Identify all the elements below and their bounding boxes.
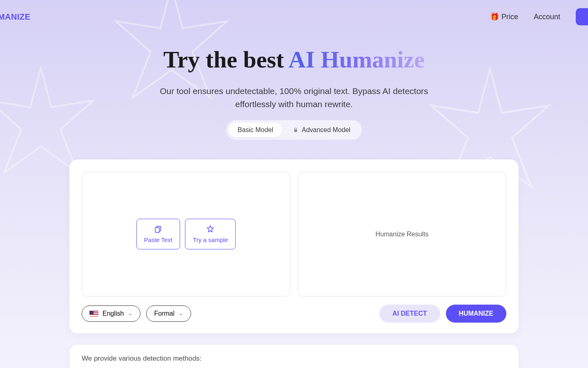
paste-text-label: Paste Text — [144, 236, 173, 243]
try-sample-label: Try a sample — [193, 236, 228, 243]
tab-advanced-model[interactable]: Advanced Model — [284, 123, 359, 137]
gift-icon: 🎁 — [490, 12, 499, 21]
paste-text-button[interactable]: Paste Text — [136, 219, 180, 249]
logo[interactable]: UMANIZE — [0, 12, 31, 22]
title-plain: Try the best — [163, 46, 289, 73]
input-panel-buttons: Paste Text Try a sample — [136, 219, 236, 249]
header: UMANIZE 🎁 Price Account — [0, 0, 588, 34]
tab-advanced-label: Advanced Model — [302, 126, 350, 134]
output-panel: Humanize Results — [298, 172, 506, 296]
chevron-down-icon — [178, 311, 183, 316]
copy-icon — [154, 225, 162, 233]
svg-rect-2 — [156, 228, 160, 233]
ai-detect-button[interactable]: AI DETECT — [379, 305, 440, 323]
actions: AI DETECT HUMANIZE — [379, 305, 506, 323]
controls-row: English Formal AI DETECT HUMANIZE — [82, 305, 506, 323]
language-select[interactable]: English — [82, 305, 140, 322]
selects: English Formal — [82, 305, 191, 322]
hero-subtitle: Our tool ensures undetectable, 100% orig… — [159, 85, 429, 110]
star-icon — [206, 225, 214, 233]
nav-price[interactable]: 🎁 Price — [490, 12, 518, 21]
nav-account[interactable]: Account — [534, 13, 560, 21]
main-card: Paste Text Try a sample Humanize Results… — [69, 159, 519, 333]
lock-icon — [293, 127, 298, 133]
input-panel[interactable]: Paste Text Try a sample — [82, 172, 290, 296]
hero: Try the best AI Humanize Our tool ensure… — [0, 34, 588, 148]
panels: Paste Text Try a sample Humanize Results — [82, 172, 506, 296]
detection-title: We provide various detection methods: — [82, 355, 506, 363]
detection-card: We provide various detection methods: GG… — [69, 345, 519, 368]
try-sample-button[interactable]: Try a sample — [185, 219, 236, 249]
model-toggle: Basic Model Advanced Model — [226, 120, 362, 140]
language-value: English — [102, 310, 124, 317]
output-placeholder: Humanize Results — [376, 231, 429, 238]
tab-basic-model[interactable]: Basic Model — [229, 123, 282, 137]
nav-price-label: Price — [501, 13, 518, 21]
nav-cta-button[interactable] — [576, 8, 588, 25]
flag-us-icon — [89, 311, 98, 316]
svg-rect-0 — [294, 130, 297, 132]
title-gradient: AI Humanize — [289, 46, 425, 73]
nav: 🎁 Price Account — [490, 8, 588, 25]
chevron-down-icon — [128, 311, 133, 316]
humanize-button[interactable]: HUMANIZE — [446, 305, 506, 323]
tone-select[interactable]: Formal — [146, 305, 191, 322]
page-title: Try the best AI Humanize — [8, 46, 580, 73]
tone-value: Formal — [154, 310, 174, 317]
